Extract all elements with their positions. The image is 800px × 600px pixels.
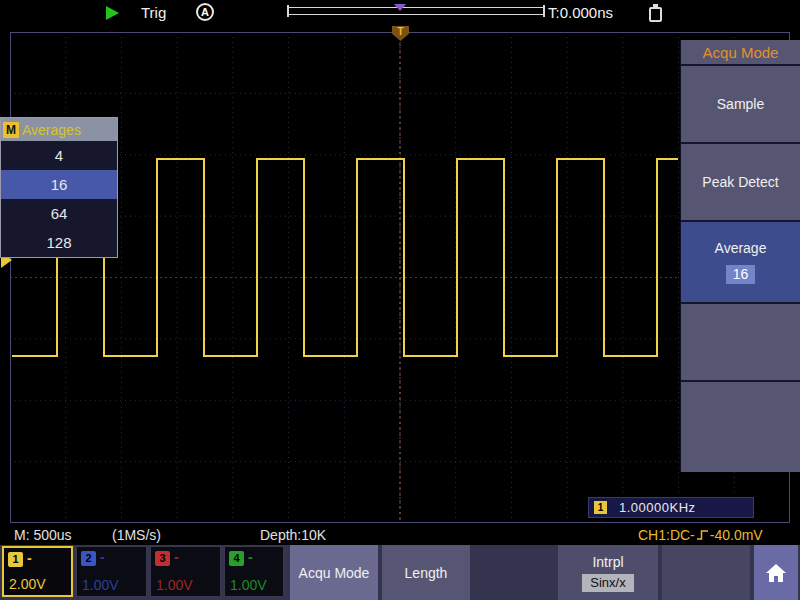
horizontal-position-bar xyxy=(287,4,545,19)
frequency-counter: 1 1.00000KHz xyxy=(588,497,754,518)
channel-2-box[interactable]: 2 - 1.00V xyxy=(76,546,147,597)
acqu-mode-button[interactable]: Acqu Mode xyxy=(290,545,378,600)
bottom-status-bar: M: 500us (1MS/s) Depth:10K CH1:DC- -40.0… xyxy=(0,526,800,545)
trig-label: Trig xyxy=(141,4,166,21)
multipurpose-knob-badge: M xyxy=(3,122,19,138)
channel-3-dash: - xyxy=(174,549,179,565)
menu-item-empty-2 xyxy=(681,382,800,462)
channel-2-scale: 1.00V xyxy=(82,577,119,593)
acqu-mode-menu: Acqu Mode Sample Peak Detect Average 16 xyxy=(680,40,800,472)
menu-item-peak-detect[interactable]: Peak Detect xyxy=(681,144,800,222)
empty-soft-button xyxy=(662,545,750,600)
trigger-coupling-text: CH1:DC- xyxy=(638,527,695,543)
averages-option-64[interactable]: 64 xyxy=(1,199,117,228)
length-button-label: Length xyxy=(405,565,448,581)
memory-depth-readout: Depth:10K xyxy=(260,527,326,543)
menu-item-average-label: Average xyxy=(715,240,767,256)
top-status-bar: Trig A T:0.000ns xyxy=(0,0,800,26)
channel-1-scale: 2.00V xyxy=(9,576,46,592)
averages-option-128[interactable]: 128 xyxy=(1,228,117,257)
trigger-level-text: -40.0mV xyxy=(710,527,763,543)
timebase-readout: M: 500us xyxy=(14,527,72,543)
menu-item-sample[interactable]: Sample xyxy=(681,66,800,144)
averages-popup: M Averages 4 16 64 128 xyxy=(0,117,118,258)
run-status-icon xyxy=(106,6,119,20)
averages-popup-header: M Averages xyxy=(1,118,117,141)
channel-1-box[interactable]: 1 - 2.00V xyxy=(2,546,73,597)
channel-3-scale: 1.00V xyxy=(156,577,193,593)
acqu-mode-menu-title: Acqu Mode xyxy=(681,40,800,66)
oscilloscope-screen: Trig A T:0.000ns T 1 1.00000KHz M Averag… xyxy=(0,0,800,600)
menu-item-empty-1 xyxy=(681,304,800,382)
length-button[interactable]: Length xyxy=(382,545,470,600)
averages-option-4[interactable]: 4 xyxy=(1,141,117,170)
channel-1-badge: 1 xyxy=(8,552,23,567)
menu-item-sample-label: Sample xyxy=(717,96,764,112)
frequency-value: 1.00000KHz xyxy=(619,500,696,515)
home-button[interactable] xyxy=(754,545,798,600)
trigger-readout: CH1:DC- -40.0mV xyxy=(638,527,763,543)
trigger-marker-label: T xyxy=(397,26,403,37)
battery-cap xyxy=(653,4,658,7)
home-icon xyxy=(764,561,788,585)
intrpl-button-label: Intrpl xyxy=(592,554,623,570)
intrpl-button[interactable]: Intrpl Sinx/x xyxy=(558,545,658,600)
intrpl-value-chip: Sinx/x xyxy=(582,574,633,592)
channel-2-badge: 2 xyxy=(81,551,96,566)
averages-option-16[interactable]: 16 xyxy=(1,170,117,199)
acqu-mode-button-label: Acqu Mode xyxy=(299,565,370,581)
auto-trigger-icon: A xyxy=(196,3,214,21)
ch1-badge: 1 xyxy=(594,501,607,514)
channel-3-badge: 3 xyxy=(155,551,170,566)
menu-item-peak-detect-label: Peak Detect xyxy=(702,174,778,190)
trigger-time-offset: T:0.000ns xyxy=(548,4,613,21)
battery-icon xyxy=(649,7,662,22)
channel-2-dash: - xyxy=(100,549,105,565)
channel-4-badge: 4 xyxy=(229,551,244,566)
channel-1-dash: - xyxy=(27,550,32,566)
average-count-value: 16 xyxy=(726,265,756,284)
channel-3-box[interactable]: 3 - 1.00V xyxy=(150,546,221,597)
rising-edge-icon xyxy=(696,528,709,542)
waveform-display xyxy=(10,32,790,523)
menu-item-average[interactable]: Average 16 xyxy=(681,222,800,304)
channel-4-dash: - xyxy=(248,549,253,565)
scope-svg xyxy=(10,32,790,523)
channel-4-scale: 1.00V xyxy=(230,577,267,593)
bottom-menu-bar: 1 - 2.00V 2 - 1.00V 3 - 1.00V 4 - 1.00V … xyxy=(0,545,800,600)
channel-4-box[interactable]: 4 - 1.00V xyxy=(224,546,284,597)
sample-rate-readout: (1MS/s) xyxy=(112,527,161,543)
averages-popup-title: Averages xyxy=(22,122,81,138)
